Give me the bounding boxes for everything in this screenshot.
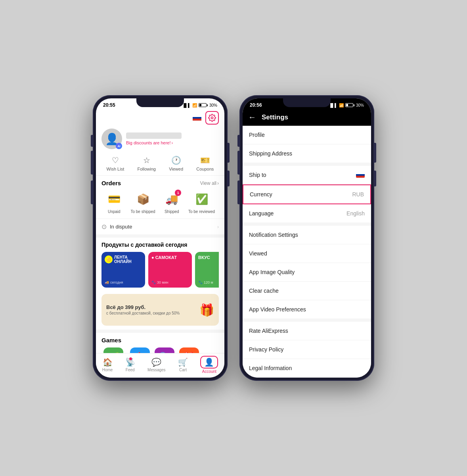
games-title: Games	[101, 337, 219, 344]
settings-item-legal[interactable]: Legal Information	[243, 359, 371, 378]
view-all-button[interactable]: View all ›	[200, 180, 219, 186]
order-icons-row: 💳 Unpaid 📦 To be shipped �	[101, 190, 219, 214]
settings-header: ← Settings	[243, 109, 371, 126]
freebies-icon: 🎁	[179, 347, 199, 353]
feed-label: Feed	[126, 368, 135, 372]
home-icon: 🏠	[103, 357, 113, 367]
viewed-icon: 🕐	[171, 155, 181, 165]
phone-2: 20:56 ✱ ▐▌▌ 📶 30% ← Setting	[239, 95, 374, 381]
following-icon: ☆	[143, 155, 150, 165]
svg-rect-6	[356, 176, 365, 178]
profile-name-blur	[126, 132, 182, 139]
vkus-sub: 🐾120 м	[198, 280, 219, 284]
settings-item-notifications[interactable]: Notification Settings	[243, 226, 371, 244]
order-to-be-reviewed[interactable]: ✅ To be reviewed	[188, 190, 215, 214]
settings-item-clear-cache[interactable]: Clear cache	[243, 282, 371, 300]
unpaid-icon: 💳	[108, 193, 121, 205]
quick-action-wishlist[interactable]: ♡ Wish List	[107, 155, 124, 171]
settings-group-3: Notification Settings Viewed App Image Q…	[243, 226, 371, 319]
to-be-shipped-icon: 📦	[137, 193, 149, 205]
viewed-label: Viewed	[169, 167, 183, 171]
dispute-row[interactable]: ⊙ In dispute ›	[96, 219, 224, 234]
promo-subtitle: с бесплатной доставкой, скидки до 50%	[106, 311, 180, 315]
order-shipped[interactable]: 🚚 1 Shipped	[163, 190, 180, 214]
nav-cart[interactable]: 🛒 Cart	[178, 357, 188, 372]
home-label: Home	[102, 368, 113, 372]
settings-item-image-quality[interactable]: App Image Quality	[243, 263, 371, 282]
following-label: Following	[137, 167, 155, 171]
svg-rect-1	[193, 117, 201, 119]
signal-icon-2: ▐▌▌	[329, 103, 337, 107]
settings-item-language[interactable]: Language English	[243, 204, 371, 223]
account-icon: 👤	[204, 358, 214, 367]
orders-header: Orders View all ›	[101, 180, 219, 186]
samocat-sub: 🐾30 мин	[151, 280, 189, 284]
lenta-name: ЛЕНТАОНЛАЙН	[114, 255, 132, 264]
fantastic-farm-icon: 🌱	[103, 347, 123, 353]
battery-icon-2	[345, 103, 354, 107]
wishlist-label: Wish List	[107, 167, 124, 171]
nav-account[interactable]: 👤 Account	[200, 356, 218, 374]
delivery-card-lenta[interactable]: 🟡 ЛЕНТАОНЛАЙН 🚚сегодня	[101, 252, 145, 288]
ship-to-label: Ship to	[249, 172, 266, 178]
settings-item-rate[interactable]: Rate AliExpress	[243, 322, 371, 340]
privacy-label: Privacy Policy	[249, 346, 283, 353]
profile-section: 👤 AI Big discounts are here! ›	[96, 127, 224, 153]
image-quality-label: App Image Quality	[249, 269, 295, 275]
settings-content[interactable]: Profile Shipping Address Ship to	[243, 126, 371, 378]
svg-rect-0	[193, 115, 201, 117]
settings-button[interactable]	[205, 111, 219, 125]
profile-info: Big discounts are here! ›	[126, 132, 219, 145]
language-label: Language	[249, 210, 274, 217]
game-bubble[interactable]: 🫧 Bubble	[155, 347, 174, 353]
settings-item-ship-to[interactable]: Ship to	[243, 166, 371, 184]
phone1-scroll-content[interactable]: 👤 AI Big discounts are here! › ♡	[96, 109, 224, 353]
settings-item-currency[interactable]: Currency RUB	[243, 184, 371, 204]
notch-1	[136, 98, 184, 107]
quick-action-coupons[interactable]: 🎫 Coupons	[196, 155, 214, 171]
viewed-settings-label: Viewed	[249, 250, 267, 257]
settings-item-profile[interactable]: Profile	[243, 126, 371, 144]
svg-rect-2	[193, 119, 201, 121]
to-be-shipped-icon-wrap: 📦	[134, 190, 152, 208]
battery-icon-1	[199, 103, 208, 107]
unpaid-label: Unpaid	[108, 209, 121, 214]
signal-icon-1: ▐▌▌	[182, 103, 191, 107]
quick-action-following[interactable]: ☆ Following	[137, 155, 155, 171]
nav-messages[interactable]: 💬 Messages	[147, 357, 166, 372]
settings-item-video-prefs[interactable]: App Video Preferences	[243, 300, 371, 319]
quick-actions: ♡ Wish List ☆ Following 🕐 Viewed 🎫 Coupo…	[96, 153, 224, 176]
wishlist-icon: ♡	[112, 155, 119, 165]
order-unpaid[interactable]: 💳 Unpaid	[105, 190, 123, 214]
status-time-1: 20:55	[103, 102, 115, 108]
quick-action-viewed[interactable]: 🕐 Viewed	[169, 155, 183, 171]
order-to-be-shipped[interactable]: 📦 To be shipped	[130, 190, 155, 214]
settings-item-viewed[interactable]: Viewed	[243, 244, 371, 263]
samocat-name: ● САМОКАТ	[151, 255, 189, 260]
promo-banner[interactable]: Всё до 399 руб. с бесплатной доставкой, …	[101, 294, 219, 326]
dispute-icon: ⊙	[101, 223, 107, 230]
game-fantastic-farm[interactable]: 🌱 Fantastic Farm	[101, 347, 125, 353]
settings-page-title: Settings	[262, 113, 288, 121]
game-freebies[interactable]: 🎁 Freebies	[179, 347, 199, 353]
settings-item-privacy[interactable]: Privacy Policy	[243, 340, 371, 359]
delivery-card-samocat[interactable]: ● САМОКАТ 🐾30 мин	[148, 252, 192, 288]
profile-promo[interactable]: Big discounts are here! ›	[126, 140, 219, 145]
nav-feed[interactable]: 📡 Feed	[125, 357, 135, 372]
svg-point-3	[211, 117, 213, 119]
nav-home[interactable]: 🏠 Home	[102, 357, 113, 372]
feed-dot	[129, 357, 132, 360]
delivery-card-vkus[interactable]: ВКУС 🐾120 м	[195, 252, 219, 288]
country-flag	[192, 113, 202, 123]
to-be-reviewed-label: To be reviewed	[188, 209, 215, 214]
games-row: 🌱 Fantastic Farm 🎰 Flip 'n' Win 🫧 Bubble	[101, 347, 219, 353]
phones-container: 20:55 ✱ ▐▌▌ 📶 30%	[93, 95, 374, 381]
promo-text-block: Всё до 399 руб. с бесплатной доставкой, …	[106, 304, 180, 315]
phone1-header	[96, 109, 224, 127]
back-button[interactable]: ←	[248, 113, 256, 122]
account-label: Account	[202, 369, 216, 374]
settings-item-shipping[interactable]: Shipping Address	[243, 144, 371, 163]
lenta-sub: 🚚сегодня	[105, 280, 142, 284]
status-time-2: 20:56	[250, 102, 262, 108]
game-flip-win[interactable]: 🎰 Flip 'n' Win	[130, 347, 150, 353]
